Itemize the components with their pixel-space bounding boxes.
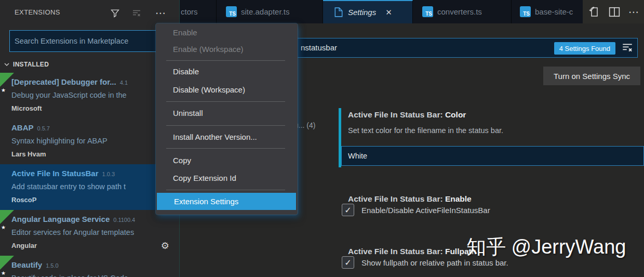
more-actions-icon[interactable]: ⋯ [628,7,639,17]
color-value-input[interactable] [341,146,644,166]
extension-context-menu: Enable Enable (Workspace) Disable Disabl… [156,23,298,215]
star-icon: ★ [1,87,6,93]
tab-base-site[interactable]: TS base-site-c [512,0,583,23]
extension-description: Beautify code in place for VS Code [11,274,128,277]
enable-checkbox-label: Enable/Disable ActiveFileInStatusBar [361,206,490,215]
close-icon[interactable]: ✕ [385,8,392,17]
extension-name: Active File In StatusBar [11,169,99,178]
extension-version: 1.0.3 [102,171,115,177]
extension-list-item[interactable]: ★ [Deprecated] Debugger for...4.1 Debug … [0,73,180,118]
extension-name: Angular Language Service [11,215,110,223]
gear-icon[interactable]: ⚙ [161,240,169,252]
watermark: 知乎 @JerryWang [466,234,626,260]
tab-partial[interactable]: ctors [180,0,217,23]
installed-section-label: INSTALLED [13,61,49,68]
star-icon: ★ [1,225,6,230]
tab-label: converters.ts [437,7,482,16]
extension-version: 1.5.0 [46,262,58,269]
clear-search-results-icon[interactable] [130,7,143,19]
extension-list-item[interactable]: ★ Beautify1.5.0 Beautify code in place f… [0,256,180,277]
more-actions-icon[interactable]: ⋯ [154,7,167,19]
extension-version: 0.1100.4 [113,217,135,223]
menu-separator [166,101,285,102]
extension-version: 4.1 [120,80,128,86]
extension-version: 0.5.7 [37,125,50,131]
settings-search-text: nstatusbar [301,43,337,52]
settings-toc-item[interactable]: u... (4) [294,121,315,129]
extension-name: [Deprecated] Debugger for... [11,77,116,86]
extension-publisher: Angular [11,242,37,249]
extension-list-item[interactable]: ★ Angular Language Service0.1100.4 Edito… [0,210,180,256]
open-preview-icon[interactable] [589,6,600,18]
installed-section-header[interactable]: INSTALLED [0,59,180,70]
setting-description: Set text color for the filename in the s… [348,126,503,135]
extension-list-item-selected[interactable]: Active File In StatusBar1.0.3 Add status… [0,164,180,210]
extension-description: Editor services for Angular templates [11,228,134,236]
split-editor-icon[interactable] [609,7,620,17]
menu-item-extension-settings[interactable]: Extension Settings [157,193,296,210]
settings-found-badge: 4 Settings Found [554,42,615,55]
extension-description: Syntax highlighting for ABAP [11,137,108,145]
editor-tab-bar: ctors TS site.adapter.ts Settings ✕ TS c… [180,0,644,23]
fullpath-checkbox[interactable]: ✓ [342,256,354,269]
chevron-down-icon [4,61,10,68]
extension-publisher: Lars Hvam [11,150,46,158]
menu-item-disable[interactable]: Disable [156,64,298,80]
editor-actions: ⋯ [583,0,644,23]
star-icon: ★ [1,270,6,276]
menu-item-install-another-version[interactable]: Install Another Version... [156,129,298,145]
menu-item-disable-workspace[interactable]: Disable (Workspace) [156,82,298,98]
extension-list-item[interactable]: ABAP0.5.7 Syntax highlighting for ABAP L… [0,118,180,164]
typescript-file-icon: TS [422,6,433,17]
setting-title-enable: Active File In Status Bar: Enable [348,194,472,204]
extension-description: Debug your JavaScript code in the [11,91,127,99]
tab-label: Settings [348,8,376,17]
turn-on-settings-sync-button[interactable]: Turn on Settings Sync [543,67,640,85]
tab-converters[interactable]: TS converters.ts [413,0,512,23]
menu-item-enable-workspace: Enable (Workspace) [156,42,298,57]
tab-site-adapter[interactable]: TS site.adapter.ts [217,0,323,23]
menu-separator [166,60,285,61]
menu-separator [166,190,285,190]
tab-settings[interactable]: Settings ✕ [323,0,413,23]
tab-label: ctors [181,7,198,16]
extension-publisher: RoscoP [11,196,36,204]
sidebar-title: EXTENSIONS [15,8,60,16]
enable-checkbox[interactable]: ✓ [342,204,354,216]
checkmark-icon: ✓ [344,205,351,215]
menu-item-uninstall[interactable]: Uninstall [156,105,298,121]
typescript-file-icon: TS [520,6,531,17]
extension-publisher: Microsoft [11,104,42,112]
menu-item-copy[interactable]: Copy [156,153,298,168]
extensions-sidebar: EXTENSIONS ⋯ INSTALLED ★ [Deprecated] De… [0,0,180,277]
menu-item-copy-extension-id[interactable]: Copy Extension Id [156,170,298,186]
setting-title-fullpath: Active File In Status Bar: Fullpath [348,247,476,256]
extension-name: Beautify [11,260,42,269]
filter-icon[interactable] [108,7,122,19]
tab-label: site.adapter.ts [241,7,289,16]
settings-file-icon [334,7,343,17]
extension-description: Add statusbar entry to show path t [11,182,126,191]
checkmark-icon: ✓ [344,258,351,268]
clear-filters-icon[interactable] [622,42,633,52]
menu-separator [166,148,285,149]
search-extensions-input[interactable] [9,30,156,52]
tab-label: base-site-c [535,7,573,16]
setting-title-color: Active File In Status Bar: Color [348,110,466,120]
typescript-file-icon: TS [226,6,237,17]
extension-name: ABAP [11,123,34,132]
menu-item-enable: Enable [156,25,298,41]
menu-separator [166,125,285,126]
